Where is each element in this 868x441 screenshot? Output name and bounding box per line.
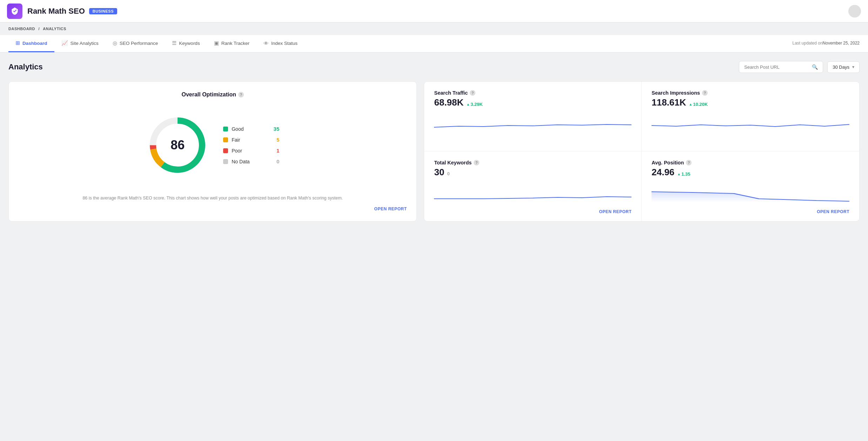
total-keywords-delta: 0 — [447, 171, 449, 176]
search-post-url-input[interactable] — [744, 65, 809, 70]
avg-position-sparkline — [652, 181, 849, 204]
seo-performance-icon: ◎ — [113, 40, 117, 46]
good-count: 35 — [274, 126, 280, 132]
optimization-legend: Good 35 Fair 5 Poor 1 N — [223, 126, 279, 164]
dashboard-icon: ⊞ — [15, 40, 20, 46]
tab-seo-performance[interactable]: ◎ SEO Performance — [106, 35, 165, 52]
avatar[interactable] — [848, 5, 861, 18]
search-traffic-delta: ▲ 3.29K — [466, 102, 483, 107]
tab-site-analytics[interactable]: 📈 Site Analytics — [54, 35, 106, 52]
index-status-icon: 👁 — [263, 40, 269, 46]
controls: 🔍 30 Days ▾ — [739, 61, 860, 73]
legend-no-data: No Data 0 — [223, 158, 279, 164]
poor-label: Poor — [232, 148, 273, 154]
up-arrow-icon: ▲ — [689, 102, 693, 106]
avg-position-value: 24.96 ▲ 1.35 — [652, 167, 849, 178]
tabs-bar: ⊞ Dashboard 📈 Site Analytics ◎ SEO Perfo… — [0, 35, 868, 53]
legend-fair: Fair 5 — [223, 137, 279, 143]
optimization-open-report[interactable]: OPEN REPORT — [19, 206, 407, 211]
page-title-row: Analytics 🔍 30 Days ▾ — [8, 61, 860, 73]
avg-position-delta: ▲ 1.35 — [677, 171, 690, 177]
search-traffic-quad: Search Traffic ? 68.98K ▲ 3.29K — [424, 82, 642, 151]
avg-position-help-icon[interactable]: ? — [686, 160, 692, 165]
page-title: Analytics — [8, 62, 43, 72]
optimization-description: 86 is the average Rank Math's SEO score.… — [19, 190, 407, 202]
up-arrow-icon: ▲ — [677, 172, 681, 176]
breadcrumb-home[interactable]: DASHBOARD — [8, 27, 35, 31]
optimization-card-title: Overall Optimization ? — [19, 91, 407, 98]
last-updated-date: November 25, 2022 — [823, 41, 860, 46]
keywords-icon: ☰ — [172, 40, 176, 46]
search-impressions-label: Search Impressions ? — [652, 90, 849, 96]
header: Rank Math SEO BUSINESS — [0, 0, 868, 22]
search-traffic-help-icon[interactable]: ? — [470, 90, 475, 96]
up-arrow-icon: ▲ — [466, 102, 470, 106]
last-updated: Last updated on November 25, 2022 — [793, 35, 860, 52]
search-impressions-quad: Search Impressions ? 118.61K ▲ 10.20K — [642, 82, 859, 151]
no-data-dot — [223, 159, 228, 164]
tab-rank-tracker[interactable]: ▣ Rank Tracker — [207, 35, 256, 52]
donut-chart: 86 — [146, 114, 209, 177]
search-icon: 🔍 — [812, 64, 818, 70]
good-label: Good — [232, 126, 270, 132]
tab-keywords[interactable]: ☰ Keywords — [165, 35, 207, 52]
legend-good: Good 35 — [223, 126, 279, 132]
fair-count: 5 — [276, 137, 279, 143]
fair-label: Fair — [232, 137, 273, 143]
legend-poor: Poor 1 — [223, 148, 279, 154]
search-impressions-help-icon[interactable]: ? — [702, 90, 708, 96]
tab-index-status[interactable]: 👁 Index Status — [256, 35, 305, 52]
app-logo — [7, 4, 22, 19]
search-impressions-delta: ▲ 10.20K — [689, 102, 708, 107]
search-impressions-value: 118.61K ▲ 10.20K — [652, 97, 849, 108]
search-impressions-sparkline — [652, 111, 849, 144]
total-keywords-sparkline — [434, 181, 632, 204]
breadcrumb-separator: / — [39, 27, 40, 31]
total-keywords-open-report[interactable]: OPEN REPORT — [434, 206, 632, 214]
metrics-card: Search Traffic ? 68.98K ▲ 3.29K — [424, 81, 860, 222]
no-data-label: No Data — [232, 159, 273, 164]
main-content: Analytics 🔍 30 Days ▾ Overall Optimizati… — [0, 53, 868, 230]
total-keywords-quad: Total Keywords ? 30 0 OPEN REPORT — [424, 151, 642, 221]
optimization-card: Overall Optimization ? — [8, 81, 417, 222]
total-keywords-label: Total Keywords ? — [434, 160, 632, 165]
fair-dot — [223, 137, 228, 142]
search-traffic-value: 68.98K ▲ 3.29K — [434, 97, 632, 108]
cards-row: Overall Optimization ? — [8, 81, 860, 222]
poor-dot — [223, 148, 228, 153]
avg-position-label: Avg. Position ? — [652, 160, 849, 165]
optimization-help-icon[interactable]: ? — [238, 92, 244, 97]
days-label: 30 Days — [833, 65, 849, 70]
site-analytics-icon: 📈 — [61, 40, 68, 46]
breadcrumb-current: ANALYTICS — [43, 27, 66, 31]
no-data-count: 0 — [276, 158, 279, 164]
last-updated-label: Last updated on — [793, 41, 823, 46]
business-badge: BUSINESS — [89, 8, 117, 14]
search-traffic-sparkline — [434, 111, 632, 144]
rank-tracker-icon: ▣ — [214, 40, 219, 46]
poor-count: 1 — [276, 148, 279, 154]
avg-position-open-report[interactable]: OPEN REPORT — [652, 206, 849, 214]
chevron-down-icon: ▾ — [852, 65, 854, 69]
app-title: Rank Math SEO — [27, 7, 85, 16]
tab-dashboard[interactable]: ⊞ Dashboard — [8, 35, 54, 52]
optimization-score: 86 — [171, 138, 185, 152]
avg-position-quad: Avg. Position ? 24.96 ▲ 1.35 — [642, 151, 859, 221]
total-keywords-value: 30 0 — [434, 167, 632, 178]
search-post-url-box[interactable]: 🔍 — [739, 61, 823, 73]
total-keywords-help-icon[interactable]: ? — [474, 160, 479, 165]
good-dot — [223, 127, 228, 131]
chart-area: 86 Good 35 Fair 5 — [19, 106, 407, 185]
days-selector[interactable]: 30 Days ▾ — [827, 61, 860, 73]
search-traffic-label: Search Traffic ? — [434, 90, 632, 96]
breadcrumb: DASHBOARD / ANALYTICS — [0, 22, 868, 35]
